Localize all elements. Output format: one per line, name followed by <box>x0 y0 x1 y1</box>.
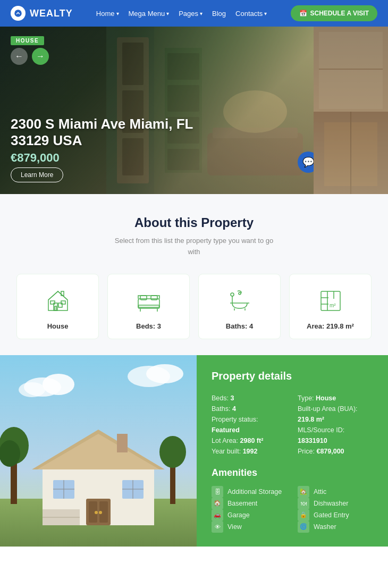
detail-type: Type: House <box>298 393 373 404</box>
card-area-label: Area: 219.8 m² <box>307 322 354 330</box>
learn-more-button[interactable]: Learn More <box>11 167 63 182</box>
amenity-basement: 🏠 Basement <box>212 498 287 509</box>
logo-text: WEALTY <box>30 8 73 19</box>
detail-status: Property status: Featured <box>212 414 287 435</box>
card-house: House <box>16 274 99 339</box>
card-baths: Baths: 4 <box>198 274 281 339</box>
amenity-gated-entry: 🔒 Gated Entry <box>298 509 373 521</box>
svg-rect-24 <box>55 306 56 310</box>
hero-price: €879,000 <box>11 151 193 165</box>
amenity-dishwasher: 🍽 Dishwasher <box>298 498 373 509</box>
hero-prev-button[interactable]: ← <box>11 48 28 65</box>
property-cards: House Beds: 3 <box>11 274 377 339</box>
view-icon: 👁 <box>212 521 223 533</box>
svg-rect-8 <box>167 53 199 80</box>
svg-text:m²: m² <box>330 303 336 308</box>
card-baths-label: Baths: 4 <box>226 322 253 330</box>
svg-point-54 <box>159 436 186 468</box>
logo-icon <box>11 6 26 21</box>
details-section: Property details Beds: 3 Baths: 4 Proper… <box>0 355 388 547</box>
details-title: Property details <box>212 370 373 382</box>
svg-rect-3 <box>122 43 144 85</box>
svg-point-68 <box>99 511 102 514</box>
nav-logo[interactable]: WEALTY <box>11 6 73 21</box>
hero-content: 2300 S Miami Ave Miami, FL 33129 USA €87… <box>11 116 193 165</box>
amenities-right-col: 🏡 Attic 🍽 Dishwasher 🔒 Gated Entry 🌀 Was… <box>298 486 373 533</box>
details-content: Property details Beds: 3 Baths: 4 Proper… <box>197 355 388 547</box>
basement-icon: 🏠 <box>212 498 223 509</box>
amenity-view: 👁 View <box>212 521 287 533</box>
details-right-col: Type: House Built-up Area (BUA): 219.8 m… <box>298 393 373 457</box>
dishwasher-icon: 🍽 <box>298 498 309 509</box>
hero-section: HOUSE ← → 2300 S Miami Ave Miami, FL 331… <box>0 27 388 194</box>
svg-rect-26 <box>61 301 65 304</box>
detail-bua: Built-up Area (BUA): 219.8 m² <box>298 404 373 425</box>
svg-rect-12 <box>207 133 303 175</box>
nav-links: Home ▾ Mega Menu ▾ Pages ▾ Blog Contacts… <box>96 10 267 18</box>
area-card-icon: m² <box>316 286 345 316</box>
gated-entry-icon: 🔒 <box>298 509 309 521</box>
detail-price: Price: €879,000 <box>298 446 373 457</box>
details-grid: Beds: 3 Baths: 4 Property status: Featur… <box>212 393 373 457</box>
svg-point-48 <box>146 364 183 383</box>
svg-rect-23 <box>58 303 62 307</box>
baths-card-icon <box>225 286 255 316</box>
nav-home[interactable]: Home ▾ <box>96 10 119 18</box>
svg-point-67 <box>95 511 98 514</box>
card-area: m² Area: 219.8 m² <box>289 274 372 339</box>
nav-blog[interactable]: Blog <box>212 10 226 18</box>
hero-address: 2300 S Miami Ave Miami, FL 33129 USA <box>11 116 193 149</box>
beds-card-icon <box>134 286 164 316</box>
svg-rect-25 <box>50 301 55 304</box>
house-card-icon <box>43 286 73 316</box>
svg-point-0 <box>14 10 22 17</box>
storage-icon: 🗄 <box>212 486 223 498</box>
amenities-left-col: 🗄 Additional Storage 🏠 Basement 🚗 Garage… <box>212 486 287 533</box>
hero-next-button[interactable]: → <box>32 48 49 65</box>
card-house-label: House <box>47 322 69 330</box>
detail-baths: Baths: 4 <box>212 404 287 414</box>
detail-beds: Beds: 3 <box>212 393 287 404</box>
amenities-title: Amenities <box>212 467 373 478</box>
svg-point-14 <box>223 90 287 133</box>
svg-rect-29 <box>138 305 159 308</box>
details-left-col: Beds: 3 Baths: 4 Property status: Featur… <box>212 393 287 457</box>
navbar: WEALTY Home ▾ Mega Menu ▾ Pages ▾ Blog C… <box>0 0 388 27</box>
svg-rect-31 <box>151 296 157 300</box>
washer-icon: 🌀 <box>298 521 309 533</box>
garage-icon: 🚗 <box>212 509 223 521</box>
svg-rect-69 <box>117 434 128 452</box>
amenity-attic: 🏡 Attic <box>298 486 373 498</box>
nav-pages[interactable]: Pages ▾ <box>179 10 203 18</box>
detail-lot-area: Lot Area: 2980 ft² <box>212 435 287 446</box>
card-beds-label: Beds: 3 <box>136 322 161 330</box>
nav-mega-menu[interactable]: Mega Menu ▾ <box>129 10 170 18</box>
svg-rect-30 <box>140 296 147 300</box>
schedule-visit-button[interactable]: 📅 SCHEDULE A VISIT <box>291 5 377 21</box>
hero-main-image: HOUSE ← → 2300 S Miami Ave Miami, FL 331… <box>0 27 314 194</box>
svg-rect-16 <box>319 32 383 109</box>
detail-mls: MLS/Source ID: 18331910 <box>298 425 373 446</box>
card-beds: Beds: 3 <box>107 274 190 339</box>
svg-point-46 <box>19 382 45 397</box>
detail-year-built: Year built: 1992 <box>212 446 287 457</box>
svg-point-36 <box>239 292 241 295</box>
calendar-icon: 📅 <box>299 10 307 17</box>
amenity-additional-storage: 🗄 Additional Storage <box>212 486 287 498</box>
property-photo <box>0 355 197 547</box>
about-description: Select from this list the property type … <box>114 236 274 258</box>
about-section: About this Property Select from this lis… <box>0 194 388 355</box>
amenity-washer: 🌀 Washer <box>298 521 373 533</box>
hero-badge: HOUSE <box>11 36 44 45</box>
attic-icon: 🏡 <box>298 486 309 498</box>
about-title: About this Property <box>11 215 377 230</box>
hero-side-image <box>314 27 388 194</box>
svg-point-45 <box>43 374 74 395</box>
svg-rect-9 <box>167 85 199 112</box>
amenities-grid: 🗄 Additional Storage 🏠 Basement 🚗 Garage… <box>212 486 373 533</box>
nav-contacts[interactable]: Contacts ▾ <box>235 10 267 18</box>
hero-nav-buttons: ← → <box>11 48 49 65</box>
amenity-garage: 🚗 Garage <box>212 509 287 521</box>
